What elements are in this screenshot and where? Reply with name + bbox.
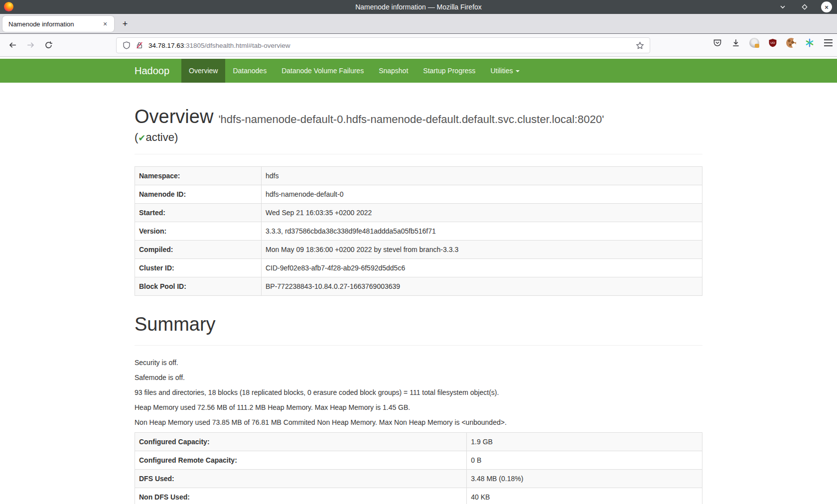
nav-item-overview[interactable]: Overview bbox=[181, 59, 225, 83]
summary-heading: Summary bbox=[135, 314, 702, 335]
row-label: Block Pool ID: bbox=[135, 277, 262, 295]
nav-item-datanodes[interactable]: Datanodes bbox=[225, 59, 274, 83]
table-row: Compiled:Mon May 09 18:36:00 +0200 2022 … bbox=[135, 240, 702, 258]
url-host: 34.78.17.63 bbox=[148, 42, 184, 49]
table-row: Configured Remote Capacity:0 B bbox=[135, 451, 702, 469]
close-icon: × bbox=[825, 3, 829, 11]
toolbar-extension-icons: UO bbox=[712, 38, 833, 48]
forward-button[interactable] bbox=[23, 38, 38, 53]
url-input[interactable]: 34.78.17.63:31805/dfshealth.html#tab-ove… bbox=[148, 42, 635, 49]
table-row: Configured Capacity:1.9 GB bbox=[135, 432, 702, 451]
hadoop-navbar: Hadoop Overview Datanodes Datanode Volum… bbox=[0, 59, 837, 83]
caret-down-icon bbox=[516, 70, 520, 72]
utilities-label: Utilities bbox=[490, 67, 513, 75]
row-label: Non DFS Used: bbox=[135, 488, 467, 504]
table-row: Cluster ID:CID-9ef02e83-afb7-4f28-ab29-6… bbox=[135, 258, 702, 277]
diamond-icon bbox=[801, 3, 808, 10]
summary-security: Security is off. bbox=[135, 358, 702, 368]
summary-heap-memory: Heap Memory used 72.56 MB of 111.2 MB He… bbox=[135, 402, 702, 412]
url-bar[interactable]: 34.78.17.63:31805/dfshealth.html#tab-ove… bbox=[116, 37, 650, 53]
tab-namenode-information[interactable]: Namenode information × bbox=[2, 16, 114, 32]
tab-close-icon[interactable]: × bbox=[100, 19, 110, 29]
downloads-icon[interactable] bbox=[731, 38, 741, 48]
reload-button[interactable] bbox=[41, 38, 56, 53]
table-row: Version:3.3.3, rd37586cbda38c338d9fe481a… bbox=[135, 222, 702, 240]
privacy-badger-icon[interactable] bbox=[749, 38, 759, 48]
cookie-extension-icon[interactable] bbox=[786, 38, 796, 48]
row-value: 1.9 GB bbox=[467, 432, 702, 451]
status-active-label: active) bbox=[145, 131, 178, 143]
row-value: 40 KB bbox=[467, 488, 702, 504]
namenode-status: (✔active) bbox=[135, 131, 702, 144]
tab-strip: Namenode information × + bbox=[0, 14, 837, 34]
row-value: hdfs-namenode-default-0 bbox=[261, 185, 702, 203]
check-icon: ✔ bbox=[138, 133, 145, 143]
row-label: Namenode ID: bbox=[135, 185, 262, 203]
row-value: Mon May 09 18:36:00 +0200 2022 by stevel… bbox=[261, 240, 702, 258]
svg-text:UO: UO bbox=[770, 41, 775, 44]
summary-non-heap-memory: Non Heap Memory used 73.85 MB of 76.81 M… bbox=[135, 417, 702, 427]
table-row: Started:Wed Sep 21 16:03:35 +0200 2022 bbox=[135, 203, 702, 222]
row-value: 3.3.3, rd37586cbda38c338d9fe481addda5a05… bbox=[261, 222, 702, 240]
row-value: BP-772238843-10.84.0.27-1663769003639 bbox=[261, 277, 702, 295]
row-value: hdfs bbox=[261, 166, 702, 185]
summary-safemode: Safemode is off. bbox=[135, 373, 702, 382]
row-value: CID-9ef02e83-afb7-4f28-ab29-6f592d5dd5c6 bbox=[261, 258, 702, 277]
table-row: Block Pool ID:BP-772238843-10.84.0.27-16… bbox=[135, 277, 702, 295]
row-label: Cluster ID: bbox=[135, 258, 262, 277]
insecure-lock-icon[interactable] bbox=[135, 40, 144, 50]
divider bbox=[135, 154, 702, 154]
forward-arrow-icon bbox=[26, 41, 35, 49]
capacity-table: Configured Capacity:1.9 GB Configured Re… bbox=[135, 432, 702, 504]
row-value: 0 B bbox=[467, 451, 702, 469]
row-value: Wed Sep 21 16:03:35 +0200 2022 bbox=[261, 203, 702, 222]
nav-item-startup-progress[interactable]: Startup Progress bbox=[416, 59, 483, 83]
row-label: Namespace: bbox=[135, 166, 262, 185]
ublock-origin-icon[interactable]: UO bbox=[768, 38, 778, 48]
nav-item-utilities-dropdown[interactable]: Utilities bbox=[483, 59, 527, 83]
pocket-icon[interactable] bbox=[712, 38, 722, 48]
close-button[interactable]: × bbox=[821, 1, 832, 12]
window-titlebar: Namenode information — Mozilla Firefox × bbox=[0, 0, 837, 14]
maximize-button[interactable] bbox=[799, 1, 810, 12]
table-row: Namespace:hdfs bbox=[135, 166, 702, 185]
url-path: :31805/dfshealth.html#tab-overview bbox=[184, 42, 290, 49]
menu-hamburger-icon[interactable] bbox=[823, 38, 833, 48]
back-arrow-icon bbox=[8, 41, 17, 49]
window-controls: × bbox=[777, 0, 832, 14]
firefox-logo-icon bbox=[4, 2, 13, 11]
row-label: Compiled: bbox=[135, 240, 262, 258]
minimize-button[interactable] bbox=[777, 1, 788, 12]
reload-icon bbox=[44, 41, 53, 49]
namenode-endpoint: 'hdfs-namenode-default-0.hdfs-namenode-d… bbox=[218, 113, 604, 126]
row-value: 3.48 MB (0.18%) bbox=[467, 469, 702, 488]
table-row: DFS Used:3.48 MB (0.18%) bbox=[135, 469, 702, 488]
row-label: Version: bbox=[135, 222, 262, 240]
new-tab-button[interactable]: + bbox=[119, 17, 132, 30]
overview-heading: Overview'hdfs-namenode-default-0.hdfs-na… bbox=[135, 106, 702, 128]
row-label: Configured Remote Capacity: bbox=[135, 451, 467, 469]
navbar-brand-hadoop[interactable]: Hadoop bbox=[135, 59, 181, 83]
table-row: Namenode ID:hdfs-namenode-default-0 bbox=[135, 185, 702, 203]
row-label: Started: bbox=[135, 203, 262, 222]
bookmark-star-icon[interactable] bbox=[635, 40, 645, 50]
row-label: Configured Capacity: bbox=[135, 432, 467, 451]
nav-item-snapshot[interactable]: Snapshot bbox=[371, 59, 416, 83]
window-title: Namenode information — Mozilla Firefox bbox=[0, 3, 837, 11]
table-row: Non DFS Used:40 KB bbox=[135, 488, 702, 504]
row-label: DFS Used: bbox=[135, 469, 467, 488]
chevron-down-icon bbox=[779, 3, 786, 10]
tracking-protection-shield-icon[interactable] bbox=[122, 40, 132, 50]
overview-title: Overview bbox=[135, 106, 213, 127]
namenode-info-table: Namespace:hdfs Namenode ID:hdfs-namenode… bbox=[135, 166, 702, 296]
navigation-toolbar: 34.78.17.63:31805/dfshealth.html#tab-ove… bbox=[0, 34, 837, 57]
back-button[interactable] bbox=[5, 38, 20, 53]
asterisk-extension-icon[interactable] bbox=[805, 38, 815, 48]
divider bbox=[135, 345, 702, 346]
page-content: Overview'hdfs-namenode-default-0.hdfs-na… bbox=[135, 106, 702, 504]
tab-label: Namenode information bbox=[8, 20, 100, 28]
summary-filesystem-objects: 93 files and directories, 18 blocks (18 … bbox=[135, 387, 702, 397]
nav-item-datanode-volume-failures[interactable]: Datanode Volume Failures bbox=[274, 59, 371, 83]
